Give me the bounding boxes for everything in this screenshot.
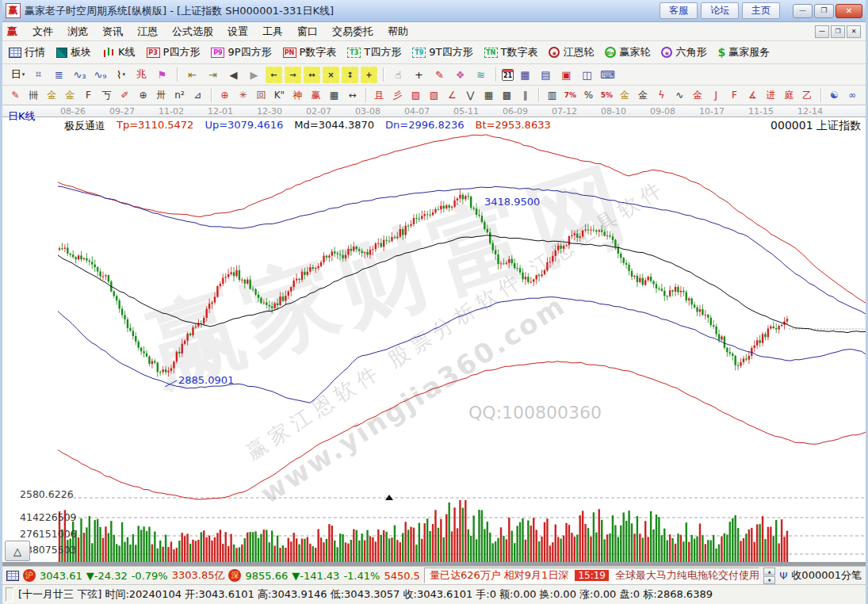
pct-tool-icon[interactable]: % (580, 87, 597, 103)
zoom-all-diamond-icon[interactable]: + (361, 67, 377, 83)
expand-pane-button[interactable]: △ (5, 541, 30, 561)
wave-angle-tool-icon[interactable]: ∿ (671, 87, 688, 103)
minimize-icon[interactable]: — (793, 4, 813, 18)
calculator-tool-icon[interactable]: ▦ (516, 67, 534, 83)
zoom-v-diamond-icon[interactable]: ↕ (342, 67, 358, 83)
menu-item-5[interactable]: 设置 (220, 23, 255, 40)
pattern-box2-tool-icon[interactable]: ▧ (426, 87, 442, 103)
print-tool-icon[interactable]: ⌨ (598, 67, 617, 83)
f-angle-tool-icon[interactable]: F (726, 87, 743, 103)
list-tool-icon[interactable]: ≣ (50, 67, 68, 83)
candle-dropdown-icon[interactable]: ⌇▾ (112, 67, 130, 83)
k-quote-tool-icon[interactable]: K" (271, 87, 288, 103)
jin-tool-icon[interactable]: 进 (763, 87, 779, 103)
mdi-minimize-icon[interactable]: — (815, 25, 829, 38)
scroll-down-icon[interactable]: ▼ (763, 576, 775, 584)
n2-tool-icon[interactable]: n² (171, 87, 188, 103)
sectors-button[interactable]: 板块 (56, 45, 91, 59)
close-icon[interactable]: ✕ (835, 4, 862, 18)
f-fence-tool-icon[interactable]: F (80, 87, 97, 103)
crosshair-tool-icon[interactable]: + (410, 67, 428, 83)
t-number-table-button[interactable]: TNT数字表 (484, 45, 538, 59)
market-grid-icon[interactable] (6, 571, 19, 581)
pct7-tool-icon[interactable]: 7% (562, 87, 579, 103)
zoom-h-diamond-icon[interactable]: ↔ (304, 67, 320, 83)
nav-next-button-icon[interactable]: ▶ (245, 67, 263, 83)
customer-service-button[interactable]: 客服 (660, 2, 698, 19)
chart3-tool-icon[interactable]: ∿₃ (71, 67, 89, 83)
candlestick-chart[interactable] (2, 105, 868, 566)
save-tool-icon[interactable]: ▣ (557, 67, 575, 83)
forum-button[interactable]: 论坛 (701, 2, 739, 19)
zoom-left-diamond-icon[interactable]: ← (266, 67, 282, 83)
hand-tool-icon[interactable]: ☝ (389, 67, 407, 83)
winner-service-button[interactable]: $赢家服务 (717, 45, 770, 59)
hexagon-button[interactable]: ◉六角形 (661, 45, 706, 59)
red-pen-tool-icon[interactable]: ✎ (7, 87, 24, 103)
mdi-restore-icon[interactable]: ❐ (831, 25, 845, 38)
p-number-table-button[interactable]: PNP数字表 (283, 45, 337, 59)
candle-style-dropdown-icon[interactable]: 日▾ (9, 67, 27, 83)
wave-tool-icon[interactable]: ≋ (472, 67, 490, 83)
restore-icon[interactable]: ❐ (814, 4, 834, 18)
calendar-tool-icon[interactable]: 21 (502, 69, 514, 81)
zoom-right-diamond-icon[interactable]: → (285, 67, 301, 83)
nav-prev-button-icon[interactable]: ◀ (224, 67, 243, 83)
nine-t-square-button[interactable]: T99T四方形 (412, 45, 472, 59)
menu-item-9[interactable]: 帮助 (380, 23, 415, 40)
circle-target-tool-icon[interactable]: ⊕ (216, 87, 233, 103)
fence-tool-icon[interactable]: 卌 (25, 87, 42, 103)
red-pencil-tool-icon[interactable]: ✐ (117, 87, 133, 103)
fence2-tool-icon[interactable]: 卅 (153, 87, 170, 103)
winner-wheel-button[interactable]: Big赢家轮 (605, 45, 650, 59)
vee-line-tool-icon[interactable]: ⋁ (462, 87, 479, 103)
chart-list-tool-icon[interactable]: ▥ (544, 87, 560, 103)
angle-line-tool-icon[interactable]: ∠ (444, 87, 461, 103)
hatch-tool-icon[interactable]: ∥ (517, 87, 533, 103)
ink-tool-icon[interactable]: ϟ (653, 87, 670, 103)
ting-tool-icon[interactable]: 庭 (781, 87, 797, 103)
news-ticker[interactable]: 量已达626万户 相对9月1日深 15:19 全球最大马力纯电拖轮交付使用 (424, 568, 759, 583)
yinyang-tool-icon[interactable]: ☯ (826, 87, 843, 103)
gold-lines-tool-icon[interactable]: 金 (635, 87, 652, 103)
pct5-tool-icon[interactable]: 5% (598, 87, 615, 103)
homepage-button[interactable]: 主页 (742, 2, 780, 19)
menu-item-4[interactable]: 公式选股 (165, 23, 220, 40)
grid-dark1-tool-icon[interactable]: ▦ (480, 87, 497, 103)
kline-button[interactable]: K线 (102, 45, 136, 59)
angle-tool-icon[interactable]: ⊿ (189, 87, 206, 103)
nav-last-button-icon[interactable]: ⇥ (204, 67, 222, 83)
infinity-tool-icon[interactable]: ∞ (844, 87, 861, 103)
mark-pen-tool-icon[interactable]: ✎ (430, 67, 449, 83)
j-angle-tool-icon[interactable]: J (708, 87, 725, 103)
menu-item-6[interactable]: 工具 (255, 23, 290, 40)
star-target-tool-icon[interactable]: ✳ (235, 87, 251, 103)
chart-scrollbar[interactable] (2, 562, 866, 566)
nine-p-square-button[interactable]: P99P四方形 (211, 45, 271, 59)
zoom-x-diamond-icon[interactable]: × (323, 67, 339, 83)
export-tool-icon[interactable]: ◫ (578, 67, 596, 83)
gann-wheel-button[interactable]: ◉江恩轮 (549, 45, 594, 59)
zhao-tool-icon[interactable]: 兆 (132, 67, 151, 83)
square-target-tool-icon[interactable]: 回 (253, 87, 270, 103)
menu-item-8[interactable]: 交易委托 (325, 23, 380, 40)
width-arrow-tool-icon[interactable]: ↔ (344, 87, 361, 103)
chip-tool-icon[interactable]: ❖ (451, 67, 469, 83)
hook-fence-tool-icon[interactable]: 丂 (98, 87, 115, 103)
menu-item-3[interactable]: 江恩 (130, 23, 165, 40)
notebook-tool-icon[interactable]: ▤ (537, 67, 555, 83)
numbered-grid-tool-icon[interactable]: ▦ (326, 87, 342, 103)
shen-grid-tool-icon[interactable]: 神 (289, 87, 306, 103)
t-square-button[interactable]: T3T四方形 (347, 45, 401, 59)
quotes-button[interactable]: 行情 (9, 45, 45, 59)
rays-tool-icon[interactable]: 彡 (389, 87, 406, 103)
flag-chart-tool-icon[interactable]: ⚑ (153, 67, 171, 83)
yi-tool-icon[interactable]: 乙 (799, 87, 816, 103)
net-tool-icon[interactable]: ⌗ (29, 67, 48, 83)
menu-item-7[interactable]: 窗口 (290, 23, 325, 40)
gate-tool-icon[interactable]: 且 (371, 87, 388, 103)
gold-red-tool-icon[interactable]: 金 (690, 87, 706, 103)
menu-item-2[interactable]: 资讯 (95, 23, 130, 40)
mdi-close-icon[interactable]: ✕ (847, 25, 861, 38)
pattern-box1-tool-icon[interactable]: ▨ (407, 87, 424, 103)
